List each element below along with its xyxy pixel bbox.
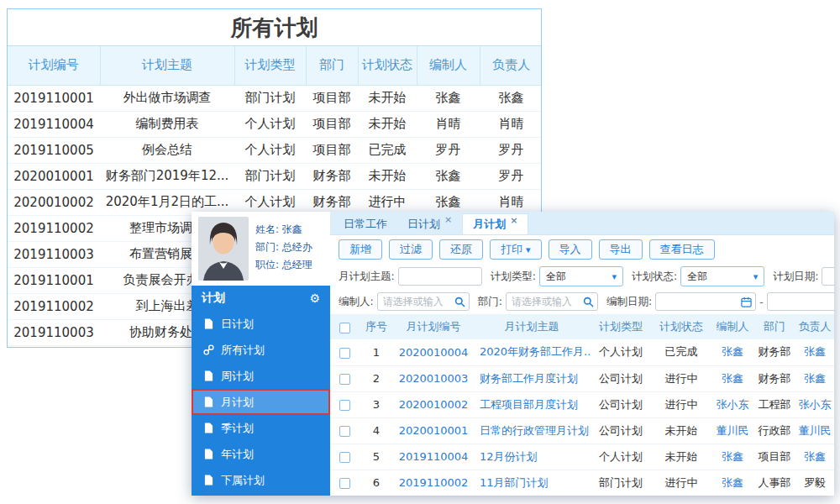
compiler-link[interactable]: 张鑫 bbox=[722, 345, 743, 358]
compile-date-end-input[interactable] bbox=[767, 292, 834, 311]
plan-id-link[interactable]: 2019110004 bbox=[399, 450, 469, 463]
table-cell: 项目部 bbox=[306, 137, 358, 163]
column-header: 计划编号 bbox=[8, 46, 100, 85]
calendar-icon[interactable] bbox=[741, 297, 752, 307]
row-checkbox[interactable] bbox=[339, 348, 350, 359]
compiler-link[interactable]: 张小东 bbox=[717, 398, 749, 411]
close-icon[interactable]: × bbox=[444, 215, 452, 224]
dept-cell: 人事部 bbox=[753, 470, 795, 496]
profile-position: 职位: 总经理 bbox=[255, 256, 312, 274]
all-plans-title: 所有计划 bbox=[8, 9, 541, 46]
plan-id-cell: 2019110004 bbox=[394, 444, 473, 470]
compiler-link[interactable]: 张鑫 bbox=[722, 372, 743, 385]
row-checkbox[interactable] bbox=[339, 374, 350, 385]
table-cell: 财务部 bbox=[306, 163, 358, 189]
leader-link[interactable]: 张小东 bbox=[799, 398, 832, 411]
toolbar: 新增过滤还原打印▾导入导出查看日志 bbox=[330, 235, 834, 264]
toolbar-button[interactable]: 还原 bbox=[439, 239, 483, 260]
leader-link[interactable]: 张鑫 bbox=[804, 450, 826, 463]
sidebar-item-label: 年计划 bbox=[221, 447, 254, 462]
plan-status-cell: 未开始 bbox=[651, 417, 711, 444]
row-checkbox[interactable] bbox=[339, 400, 350, 411]
table-cell: 2019110001 bbox=[8, 267, 100, 293]
table-cell: 罗丹 bbox=[480, 163, 542, 189]
leader-link[interactable]: 董川民 bbox=[799, 424, 832, 437]
sidebar-menu: 日计划所有计划周计划月计划季计划年计划下属计划 bbox=[192, 311, 330, 493]
compiler-link[interactable]: 张鑫 bbox=[722, 450, 743, 463]
column-header: 计划状态 bbox=[358, 46, 417, 85]
column-header: 计划主题 bbox=[100, 46, 234, 85]
table-row: 2019110005例会总结个人计划项目部已完成罗丹罗丹 bbox=[8, 137, 542, 163]
plan-date-input[interactable] bbox=[822, 267, 834, 286]
sidebar-item[interactable]: 下属计划 bbox=[192, 467, 330, 493]
sidebar-item[interactable]: 周计划 bbox=[192, 363, 330, 389]
plan-id-link[interactable]: 2020010004 bbox=[399, 346, 469, 359]
toolbar-button[interactable]: 导出 bbox=[599, 239, 643, 260]
toolbar-button[interactable]: 过滤 bbox=[389, 239, 433, 260]
filter-row-1: 月计划主题: 计划类型: 全部 ▾ 计划状态: 全部 ▾ bbox=[330, 264, 834, 289]
compiler-cell: 张鑫 bbox=[711, 444, 753, 470]
row-checkbox[interactable] bbox=[339, 478, 350, 489]
plan-id-link[interactable]: 2019110002 bbox=[399, 476, 469, 489]
sidebar-item-label: 下属计划 bbox=[221, 473, 265, 488]
plan-subject-link[interactable]: 财务部工作月度计划 bbox=[480, 372, 578, 385]
compiler-link[interactable]: 董川民 bbox=[717, 424, 749, 437]
type-dropdown[interactable]: 全部 ▾ bbox=[539, 266, 623, 286]
plan-id-link[interactable]: 2020010001 bbox=[399, 424, 469, 437]
toolbar-button[interactable]: 打印▾ bbox=[490, 239, 542, 260]
sidebar-item-label: 月计划 bbox=[221, 395, 254, 410]
sidebar-item-label: 日计划 bbox=[221, 317, 254, 332]
sidebar-item[interactable]: 所有计划 bbox=[192, 337, 330, 363]
tab[interactable]: 月计划× bbox=[462, 213, 528, 234]
table-row: 42020010001日常的行政管理月计划公司计划未开始董川民行政部董川民 bbox=[330, 417, 834, 444]
table-cell: 肖晴 bbox=[480, 111, 542, 137]
plan-subject-link[interactable]: 2020年财务部工作月... bbox=[480, 345, 591, 358]
search-icon[interactable] bbox=[583, 297, 594, 307]
status-dropdown[interactable]: 全部 ▾ bbox=[680, 266, 764, 286]
tab[interactable]: 日计划× bbox=[397, 213, 462, 234]
toolbar-button[interactable]: 查看日志 bbox=[649, 239, 715, 260]
leader-link[interactable]: 张鑫 bbox=[804, 372, 826, 385]
gear-icon[interactable]: ⚙ bbox=[309, 291, 320, 305]
table-row: 32020010002工程项目部月度计划公司计划进行中张小东工程部张小东 bbox=[330, 391, 834, 417]
sidebar-item-label: 季计划 bbox=[221, 421, 254, 436]
row-checkbox[interactable] bbox=[339, 426, 350, 437]
row-checkbox[interactable] bbox=[339, 452, 350, 463]
plan-id-link[interactable]: 2020010003 bbox=[399, 372, 469, 385]
tab[interactable]: 日常工作 bbox=[333, 213, 397, 234]
sidebar-item[interactable]: 月计划 bbox=[192, 389, 330, 415]
checkbox-cell bbox=[330, 339, 359, 365]
toolbar-button[interactable]: 新增 bbox=[339, 239, 382, 260]
sidebar-item[interactable]: 年计划 bbox=[192, 441, 330, 467]
plan-module-window: 姓名: 张鑫 部门: 总经办 职位: 总经理 计划 ⚙ 日计划所有计划周计划月计… bbox=[192, 212, 834, 496]
grid-header-row: 序号月计划编号月计划主题计划类型计划状态编制人部门负责人 bbox=[330, 314, 834, 339]
search-icon[interactable] bbox=[454, 297, 465, 307]
sidebar-item-label: 所有计划 bbox=[221, 343, 265, 358]
leader-link[interactable]: 张鑫 bbox=[804, 345, 826, 358]
subject-input[interactable] bbox=[398, 267, 482, 286]
sidebar-item[interactable]: 日计划 bbox=[192, 311, 330, 337]
sidebar-item[interactable]: 季计划 bbox=[192, 415, 330, 441]
table-row: 2019110001外出做市场调查部门计划项目部未开始张鑫张鑫 bbox=[8, 85, 542, 111]
document-icon bbox=[203, 370, 214, 381]
table-cell: 未开始 bbox=[358, 111, 417, 137]
close-icon[interactable]: × bbox=[510, 216, 517, 225]
compiler-link[interactable]: 张鑫 bbox=[722, 476, 743, 489]
plan-status-cell: 进行中 bbox=[651, 470, 711, 496]
plan-subject-link[interactable]: 日常的行政管理月计划 bbox=[480, 424, 589, 437]
table-row: 2020010001财务部门2019年12...部门计划财务部未开始张鑫罗丹 bbox=[8, 163, 542, 189]
select-all-checkbox[interactable] bbox=[339, 323, 350, 333]
plan-subject-link[interactable]: 11月部门计划 bbox=[480, 476, 549, 489]
toolbar-button-label: 新增 bbox=[349, 242, 371, 257]
plan-subject-link[interactable]: 工程项目部月度计划 bbox=[480, 398, 578, 411]
filter-status-group: 计划状态: 全部 ▾ bbox=[632, 266, 764, 286]
dept-cell: 工程部 bbox=[753, 391, 795, 417]
table-cell: 张鑫 bbox=[417, 163, 480, 189]
plan-id-link[interactable]: 2020010002 bbox=[399, 398, 469, 411]
table-row: 2019110004编制费用表个人计划项目部未开始肖晴肖晴 bbox=[8, 111, 542, 137]
plan-subject-link[interactable]: 12月份计划 bbox=[480, 450, 538, 463]
filter-type-group: 计划类型: 全部 ▾ bbox=[491, 266, 623, 286]
table-cell: 财务部门2019年12... bbox=[100, 163, 234, 189]
compiler-cell: 张鑫 bbox=[711, 470, 753, 496]
toolbar-button[interactable]: 导入 bbox=[549, 239, 592, 260]
